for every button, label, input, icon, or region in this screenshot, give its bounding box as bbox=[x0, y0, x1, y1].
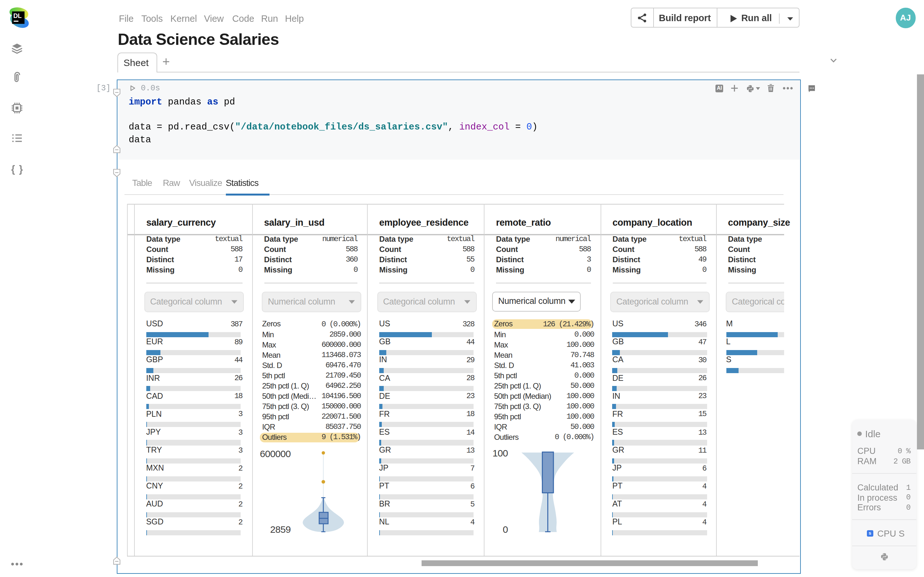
svg-text:DL: DL bbox=[13, 12, 21, 19]
